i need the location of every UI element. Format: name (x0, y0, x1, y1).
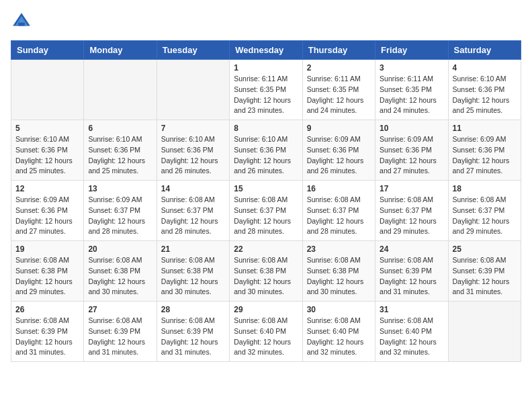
day-info: Sunrise: 6:08 AMSunset: 6:38 PMDaylight:… (161, 255, 225, 298)
calendar-day-cell: 24Sunrise: 6:08 AMSunset: 6:39 PMDayligh… (375, 241, 448, 302)
day-info: Sunrise: 6:11 AMSunset: 6:35 PMDaylight:… (380, 74, 443, 116)
day-number: 20 (88, 244, 152, 254)
calendar-day-cell: 19Sunrise: 6:08 AMSunset: 6:38 PMDayligh… (11, 241, 84, 302)
day-info: Sunrise: 6:08 AMSunset: 6:40 PMDaylight:… (307, 316, 371, 358)
calendar-day-cell: 16Sunrise: 6:08 AMSunset: 6:37 PMDayligh… (302, 181, 375, 241)
day-number: 25 (453, 244, 517, 254)
day-number: 6 (88, 124, 152, 133)
day-info: Sunrise: 6:08 AMSunset: 6:39 PMDaylight:… (161, 316, 225, 358)
day-number: 5 (15, 124, 79, 133)
calendar-day-cell: 31Sunrise: 6:08 AMSunset: 6:40 PMDayligh… (375, 302, 448, 362)
calendar-day-cell: 14Sunrise: 6:08 AMSunset: 6:37 PMDayligh… (157, 181, 229, 241)
day-number: 1 (234, 63, 298, 73)
day-number: 27 (88, 305, 152, 314)
day-info: Sunrise: 6:10 AMSunset: 6:36 PMDaylight:… (88, 134, 152, 177)
calendar-day-cell: 21Sunrise: 6:08 AMSunset: 6:38 PMDayligh… (157, 241, 229, 302)
day-number: 2 (307, 63, 371, 73)
calendar-day-cell: 7Sunrise: 6:10 AMSunset: 6:36 PMDaylight… (157, 120, 229, 181)
day-info: Sunrise: 6:08 AMSunset: 6:37 PMDaylight:… (234, 195, 298, 237)
weekday-header: Tuesday (157, 41, 229, 60)
day-info: Sunrise: 6:11 AMSunset: 6:35 PMDaylight:… (307, 74, 371, 116)
logo (11, 11, 35, 32)
svg-rect-2 (18, 23, 25, 26)
day-number: 16 (307, 184, 371, 193)
day-info: Sunrise: 6:09 AMSunset: 6:36 PMDaylight:… (380, 134, 443, 177)
calendar-day-cell: 2Sunrise: 6:11 AMSunset: 6:35 PMDaylight… (302, 60, 375, 120)
day-info: Sunrise: 6:08 AMSunset: 6:37 PMDaylight:… (307, 195, 371, 237)
calendar-day-cell: 25Sunrise: 6:08 AMSunset: 6:39 PMDayligh… (448, 241, 521, 302)
weekday-header: Wednesday (230, 41, 302, 60)
calendar-day-cell: 10Sunrise: 6:09 AMSunset: 6:36 PMDayligh… (375, 120, 448, 181)
day-number: 3 (380, 63, 443, 73)
day-number: 12 (15, 184, 79, 193)
day-number: 13 (88, 184, 152, 193)
weekday-header: Sunday (11, 41, 84, 60)
calendar-week-row: 5Sunrise: 6:10 AMSunset: 6:36 PMDaylight… (11, 120, 521, 181)
day-number: 9 (307, 124, 371, 133)
day-number: 29 (234, 305, 298, 314)
day-number: 26 (15, 305, 79, 314)
day-info: Sunrise: 6:08 AMSunset: 6:39 PMDaylight:… (453, 255, 517, 298)
calendar-day-cell: 11Sunrise: 6:09 AMSunset: 6:36 PMDayligh… (448, 120, 521, 181)
calendar-week-row: 12Sunrise: 6:09 AMSunset: 6:36 PMDayligh… (11, 181, 521, 241)
calendar-day-cell: 28Sunrise: 6:08 AMSunset: 6:39 PMDayligh… (157, 302, 229, 362)
day-number: 28 (161, 305, 225, 314)
day-info: Sunrise: 6:10 AMSunset: 6:36 PMDaylight:… (453, 74, 517, 116)
day-info: Sunrise: 6:10 AMSunset: 6:36 PMDaylight:… (161, 134, 225, 177)
calendar-day-cell: 3Sunrise: 6:11 AMSunset: 6:35 PMDaylight… (375, 60, 448, 120)
calendar-day-cell: 17Sunrise: 6:08 AMSunset: 6:37 PMDayligh… (375, 181, 448, 241)
day-info: Sunrise: 6:10 AMSunset: 6:36 PMDaylight:… (234, 134, 298, 177)
day-info: Sunrise: 6:08 AMSunset: 6:37 PMDaylight:… (161, 195, 225, 237)
day-number: 4 (453, 63, 517, 73)
day-number: 15 (234, 184, 298, 193)
logo-icon (11, 11, 32, 32)
day-number: 31 (380, 305, 443, 314)
calendar-day-cell: 22Sunrise: 6:08 AMSunset: 6:38 PMDayligh… (230, 241, 302, 302)
day-number: 10 (380, 124, 443, 133)
calendar-week-row: 1Sunrise: 6:11 AMSunset: 6:35 PMDaylight… (11, 60, 521, 120)
calendar-day-cell: 4Sunrise: 6:10 AMSunset: 6:36 PMDaylight… (448, 60, 521, 120)
day-number: 21 (161, 244, 225, 254)
calendar-day-cell: 27Sunrise: 6:08 AMSunset: 6:39 PMDayligh… (84, 302, 157, 362)
day-info: Sunrise: 6:08 AMSunset: 6:37 PMDaylight:… (380, 195, 443, 237)
day-number: 18 (453, 184, 517, 193)
calendar-day-cell (157, 60, 229, 120)
day-number: 23 (307, 244, 371, 254)
day-number: 8 (234, 124, 298, 133)
calendar-day-cell: 5Sunrise: 6:10 AMSunset: 6:36 PMDaylight… (11, 120, 84, 181)
calendar-day-cell: 13Sunrise: 6:09 AMSunset: 6:37 PMDayligh… (84, 181, 157, 241)
calendar-day-cell: 9Sunrise: 6:09 AMSunset: 6:36 PMDaylight… (302, 120, 375, 181)
day-number: 14 (161, 184, 225, 193)
calendar-header-row: SundayMondayTuesdayWednesdayThursdayFrid… (11, 41, 521, 60)
day-info: Sunrise: 6:08 AMSunset: 6:40 PMDaylight:… (380, 316, 443, 358)
weekday-header: Thursday (302, 41, 375, 60)
calendar-week-row: 19Sunrise: 6:08 AMSunset: 6:38 PMDayligh… (11, 241, 521, 302)
calendar-day-cell: 26Sunrise: 6:08 AMSunset: 6:39 PMDayligh… (11, 302, 84, 362)
weekday-header: Friday (375, 41, 448, 60)
day-number: 11 (453, 124, 517, 133)
calendar-week-row: 26Sunrise: 6:08 AMSunset: 6:39 PMDayligh… (11, 302, 521, 362)
day-number: 19 (15, 244, 79, 254)
calendar-table: SundayMondayTuesdayWednesdayThursdayFrid… (11, 40, 521, 362)
day-info: Sunrise: 6:08 AMSunset: 6:39 PMDaylight:… (15, 316, 79, 358)
weekday-header: Monday (84, 41, 157, 60)
day-info: Sunrise: 6:09 AMSunset: 6:37 PMDaylight:… (88, 195, 152, 237)
day-info: Sunrise: 6:11 AMSunset: 6:35 PMDaylight:… (234, 74, 298, 116)
day-info: Sunrise: 6:09 AMSunset: 6:36 PMDaylight:… (307, 134, 371, 177)
day-info: Sunrise: 6:09 AMSunset: 6:36 PMDaylight:… (15, 195, 79, 237)
calendar-day-cell: 30Sunrise: 6:08 AMSunset: 6:40 PMDayligh… (302, 302, 375, 362)
weekday-header: Saturday (448, 41, 521, 60)
day-info: Sunrise: 6:10 AMSunset: 6:36 PMDaylight:… (15, 134, 79, 177)
day-info: Sunrise: 6:08 AMSunset: 6:39 PMDaylight:… (380, 255, 443, 298)
calendar-day-cell: 8Sunrise: 6:10 AMSunset: 6:36 PMDaylight… (230, 120, 302, 181)
day-info: Sunrise: 6:08 AMSunset: 6:40 PMDaylight:… (234, 316, 298, 358)
calendar-day-cell (11, 60, 84, 120)
day-number: 22 (234, 244, 298, 254)
day-info: Sunrise: 6:08 AMSunset: 6:39 PMDaylight:… (88, 316, 152, 358)
calendar-day-cell: 23Sunrise: 6:08 AMSunset: 6:38 PMDayligh… (302, 241, 375, 302)
day-info: Sunrise: 6:09 AMSunset: 6:36 PMDaylight:… (453, 134, 517, 177)
calendar-day-cell: 15Sunrise: 6:08 AMSunset: 6:37 PMDayligh… (230, 181, 302, 241)
calendar-day-cell (448, 302, 521, 362)
calendar-day-cell (84, 60, 157, 120)
calendar-day-cell: 20Sunrise: 6:08 AMSunset: 6:38 PMDayligh… (84, 241, 157, 302)
